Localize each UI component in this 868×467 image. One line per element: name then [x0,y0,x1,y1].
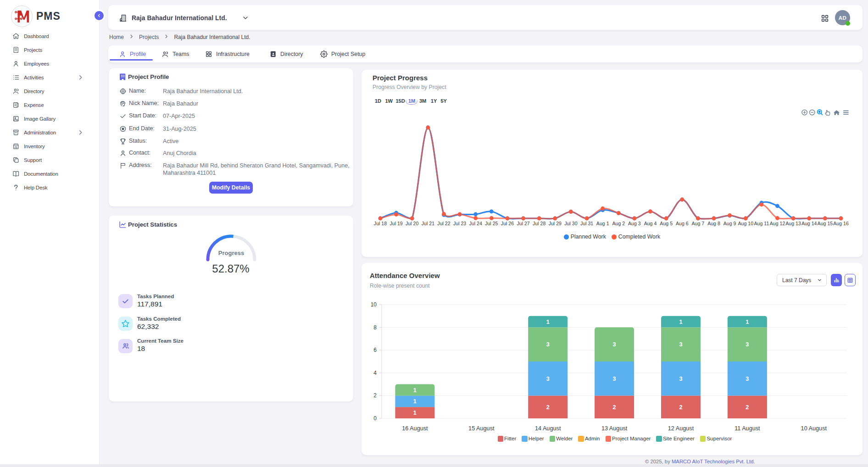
svg-text:Aug 2: Aug 2 [612,221,625,226]
svg-text:52.87%: 52.87% [212,262,249,275]
svg-text:1: 1 [679,319,682,325]
svg-text:2: 2 [613,404,616,411]
svg-text:Jul 27: Jul 27 [517,221,529,226]
svg-text:8: 8 [373,324,377,331]
svg-text:Jul 22: Jul 22 [437,221,450,226]
svg-text:Aug 5: Aug 5 [660,221,673,226]
svg-text:Aug 7: Aug 7 [692,221,705,226]
svg-text:13 August: 13 August [601,425,628,432]
svg-text:Jul 29: Jul 29 [549,221,562,226]
svg-text:Aug 10: Aug 10 [738,221,754,226]
svg-text:6: 6 [373,347,377,353]
svg-text:3: 3 [746,376,749,382]
svg-text:Jul 26: Jul 26 [501,221,514,226]
svg-text:Aug 6: Aug 6 [676,221,689,226]
svg-text:3: 3 [613,376,616,382]
svg-text:Aug 4: Aug 4 [644,221,657,226]
svg-text:12 August: 12 August [668,425,694,432]
svg-text:2: 2 [746,404,749,411]
svg-text:Jul 18: Jul 18 [374,221,387,226]
svg-text:Jul 25: Jul 25 [485,221,498,226]
svg-text:Aug 11: Aug 11 [754,221,769,226]
svg-text:Jul 24: Jul 24 [469,221,482,226]
svg-text:Aug 8: Aug 8 [707,221,720,226]
svg-text:Progress: Progress [218,250,244,256]
svg-text:3: 3 [546,341,550,348]
svg-text:1: 1 [746,319,749,325]
svg-text:3: 3 [679,341,682,348]
svg-text:14 August: 14 August [535,425,561,432]
svg-text:1: 1 [413,410,417,416]
svg-text:Jul 20: Jul 20 [406,221,418,226]
svg-text:Jul 30: Jul 30 [564,221,577,226]
svg-text:1: 1 [413,387,417,394]
svg-text:1: 1 [546,319,550,325]
svg-text:2: 2 [679,404,682,411]
svg-text:Aug 12: Aug 12 [770,221,785,226]
svg-text:Aug 15: Aug 15 [818,221,833,226]
svg-text:Jul 19: Jul 19 [389,221,402,226]
svg-text:3: 3 [613,341,616,348]
svg-text:Jul 21: Jul 21 [422,221,434,226]
svg-text:2: 2 [546,404,550,411]
svg-text:Aug 3: Aug 3 [628,221,641,226]
svg-text:10 August: 10 August [801,425,827,432]
svg-text:Jul 23: Jul 23 [453,221,466,226]
svg-text:Aug 13: Aug 13 [785,221,801,226]
svg-text:3: 3 [746,341,749,348]
svg-text:1: 1 [413,398,417,405]
svg-text:2: 2 [373,392,377,399]
svg-text:Aug 14: Aug 14 [801,221,817,226]
svg-text:Jul 31: Jul 31 [580,221,593,226]
svg-text:15 August: 15 August [468,425,495,432]
svg-text:0: 0 [373,415,377,422]
svg-text:10: 10 [371,301,377,308]
svg-text:16 August: 16 August [402,425,428,432]
svg-text:3: 3 [546,376,550,382]
svg-text:Aug 16: Aug 16 [833,221,849,226]
svg-text:3: 3 [679,376,682,382]
svg-text:4: 4 [373,370,377,376]
svg-text:Aug 1: Aug 1 [596,221,609,226]
svg-text:11 August: 11 August [734,425,760,432]
svg-text:Aug 9: Aug 9 [723,221,736,226]
svg-text:Jul 28: Jul 28 [533,221,545,226]
